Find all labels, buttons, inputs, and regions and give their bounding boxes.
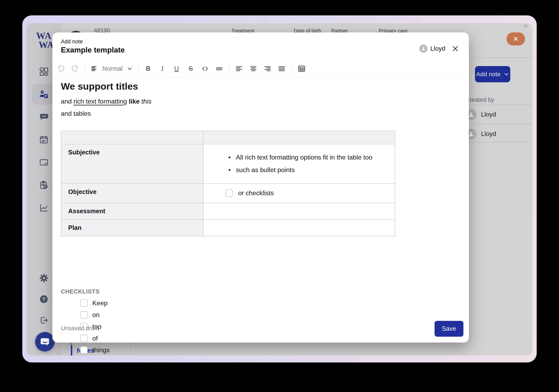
underline-button[interactable]: U	[172, 63, 181, 74]
note-paragraph: and tables	[61, 110, 91, 117]
toolbar-divider	[52, 77, 469, 77]
rich-text-editor[interactable]: We support titles and rich text formatti…	[52, 77, 469, 316]
intercom-launcher-button[interactable]	[35, 332, 55, 351]
checkbox[interactable]	[80, 299, 87, 307]
sidebar-item-messages[interactable]	[32, 107, 56, 127]
checkbox[interactable]	[80, 311, 87, 318]
logout-icon	[39, 316, 48, 325]
toolbar-divider	[229, 63, 229, 75]
add-note-button-label: Add note	[476, 71, 501, 78]
code-icon	[201, 65, 209, 73]
sidebar-item-reports[interactable]	[32, 197, 56, 218]
row-label-plan[interactable]: Plan	[61, 220, 203, 236]
align-center-icon	[249, 65, 257, 73]
row-label-subjective[interactable]: Subjective	[61, 144, 203, 184]
help-icon: ?	[39, 294, 48, 304]
checkbox[interactable]	[225, 189, 233, 197]
note-paragraph: and rich text formatting like this	[61, 98, 151, 105]
sidebar-item-tasks[interactable]	[32, 175, 56, 196]
note-table[interactable]: Subjective All rich text formatting opti…	[61, 131, 395, 236]
row-label-objective[interactable]: Objective	[61, 184, 203, 203]
checkbox-label: on	[92, 311, 100, 319]
redo-button[interactable]	[71, 63, 80, 74]
bullet-list: All rich text formatting options fit in …	[223, 152, 387, 175]
checkbox[interactable]	[80, 335, 87, 342]
justify-button[interactable]	[277, 63, 286, 74]
paragraph-style-dropdown[interactable]: Normal	[91, 65, 133, 72]
checkbox-label: or checklists	[238, 189, 274, 197]
created-by-row[interactable]: Lloyd	[463, 105, 532, 124]
app-window: 48190 Treatment Date of birth Partner Pr…	[22, 15, 537, 362]
sidebar-item-dashboard[interactable]	[32, 61, 56, 82]
checklist-item: things	[80, 346, 110, 354]
dashboard-icon	[39, 67, 48, 76]
modal-close-button[interactable]	[451, 44, 460, 53]
sidebar-item-help[interactable]: ?	[32, 289, 56, 310]
align-left-button[interactable]	[235, 63, 243, 74]
sidebar-item-patients[interactable]	[32, 84, 56, 105]
italic-button[interactable]: I	[158, 63, 167, 74]
window-artifact	[524, 24, 527, 27]
draft-status: Unsaved draft	[61, 325, 98, 332]
panel-divider	[463, 142, 532, 142]
table-icon	[297, 64, 306, 73]
note-author-badge[interactable]: Lloyd	[419, 45, 445, 53]
person-name: Lloyd	[481, 130, 496, 138]
credit-card-icon	[39, 158, 48, 167]
line-chart-icon	[39, 203, 48, 213]
table-row: Objective or checklists	[61, 184, 395, 203]
table-header-row	[61, 131, 395, 144]
toolbar-divider	[138, 63, 139, 75]
link-icon	[215, 65, 223, 73]
add-note-button[interactable]: Add note	[475, 66, 510, 82]
app-surface: 48190 Treatment Date of birth Partner Pr…	[26, 23, 532, 356]
align-right-icon	[263, 65, 271, 73]
chevron-down-icon	[127, 66, 133, 72]
checklist-item: of	[80, 335, 110, 342]
table-row: Subjective All rich text formatting opti…	[61, 144, 395, 184]
table-row: Plan	[61, 220, 395, 236]
close-patient-button[interactable]	[507, 32, 525, 45]
sidebar-item-billing[interactable]	[32, 152, 56, 173]
row-label-assessment[interactable]: Assessment	[61, 203, 203, 220]
note-heading: We support titles	[61, 81, 138, 92]
modal-title: Example template	[61, 46, 125, 54]
code-button[interactable]	[201, 63, 209, 74]
close-icon	[451, 45, 459, 53]
sidebar-item-settings[interactable]	[32, 267, 56, 289]
list-item: such as bullet points	[223, 165, 387, 175]
gear-icon	[39, 273, 48, 283]
editor-toolbar: Normal B I U S	[56, 62, 306, 75]
panel-divider	[130, 343, 131, 356]
chevron-down-icon	[504, 71, 509, 77]
checkbox[interactable]	[80, 346, 87, 354]
strikethrough-button[interactable]: S	[186, 63, 195, 74]
checkbox-label: of	[92, 335, 98, 342]
checklist-item: or checklists	[225, 184, 387, 202]
link-button[interactable]	[215, 63, 224, 74]
align-center-button[interactable]	[249, 63, 258, 74]
justify-icon	[278, 65, 286, 73]
svg-text:?: ?	[42, 296, 46, 303]
save-button[interactable]: Save	[435, 321, 463, 337]
bold-button[interactable]: B	[144, 63, 153, 74]
intercom-chat-icon	[40, 337, 50, 347]
insert-table-button[interactable]	[297, 63, 306, 74]
person-name: Lloyd	[481, 111, 496, 118]
user-avatar-icon	[419, 45, 428, 53]
note-author-name: Lloyd	[430, 45, 445, 52]
list-item: All rich text formatting options fit in …	[223, 152, 387, 162]
undo-button[interactable]	[56, 63, 65, 74]
sidebar-item-logout[interactable]	[32, 310, 56, 331]
created-by-row[interactable]: Lloyd	[463, 124, 532, 144]
clipboard-check-icon	[39, 180, 48, 190]
table-row: Assessment	[61, 203, 395, 220]
panel-divider	[463, 57, 532, 58]
checklist-item: on	[80, 311, 110, 318]
checkbox-label: Keep	[92, 299, 108, 307]
sidebar-item-calendar[interactable]	[32, 129, 56, 150]
calendar-icon	[39, 135, 48, 144]
align-right-button[interactable]	[263, 63, 272, 74]
checklists-section-label: CHECKLISTS	[61, 288, 100, 295]
toolbar-divider	[291, 63, 292, 75]
